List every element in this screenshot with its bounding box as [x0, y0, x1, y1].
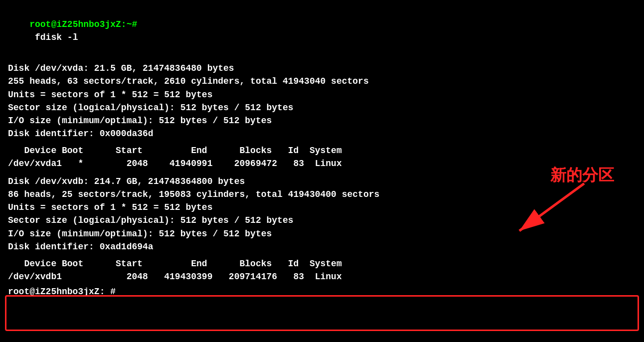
- table2-row1: /dev/xvdb1 2048 419430399 209714176 83 L…: [8, 270, 636, 283]
- annotation-arrow: [504, 178, 614, 238]
- disk1-header: Disk /dev/xvda: 21.5 GB, 21474836480 byt…: [8, 62, 636, 75]
- table1-row1: /dev/xvda1 * 2048 41940991 20969472 83 L…: [8, 157, 636, 170]
- table1-header: Device Boot Start End Blocks Id System: [8, 144, 636, 157]
- next-prompt: root@iZ25hnbo3jxZ: #: [8, 285, 636, 298]
- prompt-cmd: fdisk -l: [29, 32, 78, 42]
- table2-header: Device Boot Start End Blocks Id System: [8, 257, 636, 270]
- disk2-line5: Disk identifier: 0xad1d694a: [8, 240, 636, 253]
- svg-line-1: [519, 183, 584, 231]
- disk1-line5: Disk identifier: 0x000da36d: [8, 127, 636, 140]
- prompt-user: root@iZ25hnbo3jxZ:~#: [29, 19, 137, 29]
- highlight-box: [5, 295, 639, 331]
- disk1-line4: I/O size (minimum/optimal): 512 bytes / …: [8, 114, 636, 127]
- disk1-line3: Sector size (logical/physical): 512 byte…: [8, 101, 636, 114]
- terminal: root@iZ25hnbo3jxZ:~# fdisk -l Disk /dev/…: [8, 5, 636, 298]
- prompt-line: root@iZ25hnbo3jxZ:~# fdisk -l: [8, 5, 636, 57]
- disk1-line2: Units = sectors of 1 * 512 = 512 bytes: [8, 88, 636, 101]
- disk1-line1: 255 heads, 63 sectors/track, 2610 cylind…: [8, 75, 636, 88]
